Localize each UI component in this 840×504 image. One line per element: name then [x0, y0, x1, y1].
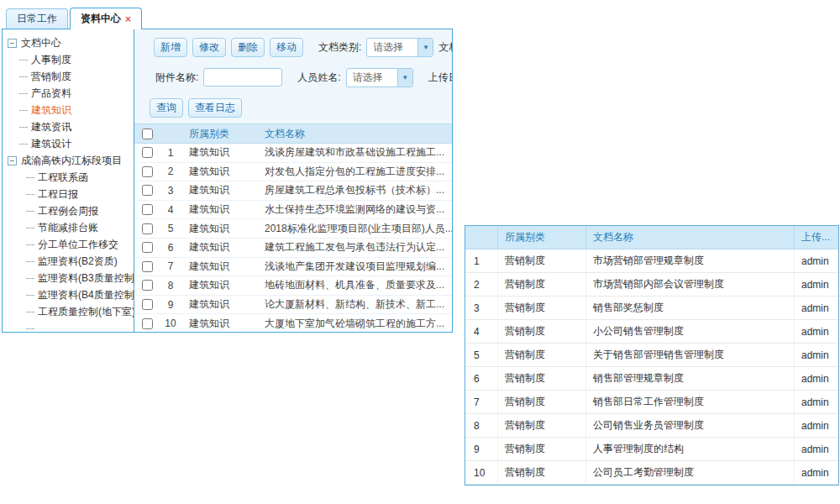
tree-line	[26, 261, 34, 262]
tree-line	[19, 93, 28, 94]
table-row[interactable]: 4 营销制度 小公司销售管理制度 admin	[465, 320, 838, 344]
tree-line	[19, 60, 28, 60]
tree-node-building-knowledge[interactable]: 建筑知识	[8, 102, 134, 118]
checkbox-cell	[134, 242, 160, 253]
table-row[interactable]: 2 建筑知识 对发包人指定分包的工程施工进度安排...	[134, 163, 452, 182]
table-row[interactable]: 3 营销制度 销售部奖惩制度 admin	[465, 297, 838, 320]
table-row[interactable]: 10 营销制度 公司员工考勤管理制度 admin	[465, 461, 838, 485]
tree-node-supervision-b4[interactable]: 监理资料(B4质量控制)	[8, 286, 134, 303]
checkbox-cell	[134, 223, 160, 234]
column-header-name[interactable]: 文档名称	[259, 127, 452, 141]
chevron-down-icon[interactable]: ▼	[397, 69, 412, 87]
tree-node-document-center[interactable]: − 文档中心	[8, 34, 134, 51]
row-checkbox[interactable]	[142, 261, 153, 272]
tree-node-energy-ledger[interactable]: 节能减排台账	[8, 219, 134, 236]
tree-node-railway-project[interactable]: − 成渝高铁内江标段项目	[8, 152, 134, 169]
tree-node-supervision-b2[interactable]: 监理资料(B2资质)	[8, 253, 134, 270]
table-row[interactable]: 9 建筑知识 论大厦新材料、新结构、新技术、新工...	[134, 296, 452, 315]
row-number: 7	[160, 260, 181, 272]
chevron-down-icon[interactable]: ▼	[417, 39, 433, 56]
tree-node-label: 建筑设计	[31, 137, 71, 151]
tree-node-supervision-b3[interactable]: 监理资料(B3质量控制)	[8, 270, 134, 286]
tree-node-label: 监理资料(B2资质)	[38, 255, 118, 269]
close-icon[interactable]: ×	[125, 15, 131, 24]
row-checkbox[interactable]	[142, 185, 153, 196]
row-checkbox[interactable]	[142, 204, 153, 215]
tree-node-label: 工程日报	[38, 187, 78, 202]
table-row[interactable]: 7 营销制度 销售部日常工作管理制度 admin	[465, 391, 838, 414]
toolbar-row-actions: 新增 修改 删除 移动 文档类别: 请选择 ▼ 文档	[134, 37, 452, 57]
tree-node-partial[interactable]	[8, 320, 134, 332]
table-row[interactable]: 8 营销制度 公司销售业务员管理制度 admin	[465, 414, 838, 438]
add-button[interactable]: 新增	[154, 38, 187, 57]
table-row[interactable]: 7 建筑知识 浅谈地产集团开发建设项目监理规划编...	[134, 258, 452, 277]
tree-node-building-design[interactable]: 建筑设计	[8, 135, 134, 152]
select-all-checkbox[interactable]	[142, 129, 153, 139]
edit-button[interactable]: 修改	[192, 38, 226, 57]
tree-line	[19, 110, 28, 111]
row-document-name: 水土保持生态环境监测网络的建设与资...	[259, 202, 452, 217]
row-number: 6	[465, 367, 498, 390]
column-header-uploader[interactable]: 上传...	[795, 230, 838, 244]
tab-data-center[interactable]: 资料中心 ×	[70, 8, 142, 29]
table-row[interactable]: 2 营销制度 市场营销部内部会议管理制度 admin	[465, 273, 838, 297]
tree-node-building-news[interactable]: 建筑资讯	[8, 118, 134, 135]
column-header-name[interactable]: 文档名称	[586, 226, 795, 249]
toolbar-row-filters: 附件名称: 人员姓名: 请选择 ▼ 上传日期	[134, 67, 452, 87]
row-checkbox[interactable]	[142, 280, 153, 291]
collapse-icon[interactable]: −	[8, 39, 17, 48]
row-checkbox[interactable]	[142, 318, 153, 329]
row-category: 建筑知识	[181, 183, 259, 197]
row-number: 3	[160, 185, 181, 197]
row-checkbox[interactable]	[142, 147, 153, 158]
attachment-input[interactable]	[203, 68, 282, 87]
toolbar: 新增 修改 删除 移动 文档类别: 请选择 ▼ 文档 附件名称: 人员姓名:	[134, 29, 452, 123]
tree-node-quality-control-basement[interactable]: 工程质量控制(地下室)	[8, 303, 134, 320]
row-document-name: 房屋建筑工程总承包投标书（技术标）...	[259, 183, 452, 197]
tab-daily-work[interactable]: 日常工作	[6, 8, 68, 29]
row-document-name: 销售部日常工作管理制度	[586, 391, 795, 413]
tree-node-label: 节能减排台账	[38, 221, 98, 235]
tree-node-personnel-system[interactable]: 人事制度	[8, 51, 134, 68]
category-select[interactable]: 请选择 ▼	[366, 38, 433, 57]
table-row[interactable]: 6 营销制度 销售部管理规章制度 admin	[465, 367, 838, 391]
column-header-category[interactable]: 所属别类	[498, 226, 586, 249]
row-document-name: 公司员工考勤管理制度	[586, 461, 795, 484]
row-checkbox[interactable]	[142, 166, 153, 177]
attachment-label: 附件名称:	[155, 71, 198, 85]
tree-node-weekly-meeting-report[interactable]: 工程例会周报	[8, 202, 134, 219]
query-button[interactable]: 查询	[150, 98, 183, 118]
table-row[interactable]: 1 建筑知识 浅谈房屋建筑和市政基础设施工程施工...	[134, 144, 452, 163]
tree-node-contact-letter[interactable]: 工程联系函	[8, 169, 134, 186]
move-button[interactable]: 移动	[270, 38, 303, 57]
collapse-icon[interactable]: −	[8, 156, 17, 165]
table-row[interactable]: 9 营销制度 人事管理制度的结构 admin	[465, 438, 838, 461]
tree-line	[26, 278, 34, 279]
delete-button[interactable]: 删除	[231, 38, 265, 57]
table-row[interactable]: 5 建筑知识 2018标准化监理项目部(业主项目部)人员...	[134, 219, 452, 239]
row-document-name: 论大厦新材料、新结构、新技术、新工...	[259, 297, 452, 312]
tree-node-daily-report[interactable]: 工程日报	[8, 186, 134, 202]
table-row[interactable]: 8 建筑知识 地砖地面材料、机具准备、质量要求及...	[134, 276, 452, 296]
tree-line	[19, 76, 28, 77]
table-row[interactable]: 1 营销制度 市场营销部管理规章制度 admin	[465, 249, 838, 273]
tree-node-label: 工程联系函	[38, 171, 88, 185]
row-checkbox[interactable]	[142, 242, 153, 253]
person-select[interactable]: 请选择 ▼	[346, 68, 413, 87]
table-row[interactable]: 5 营销制度 关于销售部管理销售管理制度 admin	[465, 344, 838, 367]
row-document-name: 地砖地面材料、机具准备、质量要求及...	[259, 278, 452, 292]
tree-node-label: 建筑知识	[31, 103, 71, 118]
tree-node-work-transfer[interactable]: 分工单位工作移交	[8, 236, 134, 253]
row-checkbox[interactable]	[142, 299, 153, 310]
table-row[interactable]: 4 建筑知识 水土保持生态环境监测网络的建设与资...	[134, 201, 452, 220]
tree-node-marketing-system[interactable]: 营销制度	[8, 68, 134, 85]
row-number: 4	[160, 204, 181, 216]
tree-node-product-data[interactable]: 产品资料	[8, 85, 134, 102]
table-row[interactable]: 3 建筑知识 房屋建筑工程总承包投标书（技术标）...	[134, 181, 452, 201]
table-row[interactable]: 6 建筑知识 建筑工程施工发包与承包违法行为认定...	[134, 239, 452, 258]
table-row[interactable]: 10 建筑知识 大厦地下室加气砼墙砌筑工程的施工方...	[134, 314, 452, 332]
column-header-category[interactable]: 所属别类	[181, 127, 259, 141]
row-checkbox[interactable]	[142, 223, 153, 234]
row-number: 1	[160, 147, 181, 159]
view-log-button[interactable]: 查看日志	[188, 98, 242, 118]
